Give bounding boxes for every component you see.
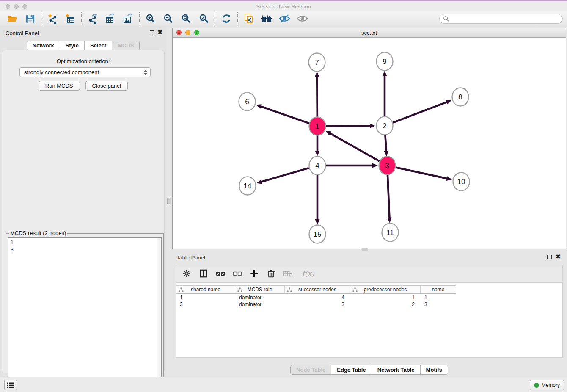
table-cell[interactable]: 3 [421, 301, 456, 308]
toggle-panel-mode-button[interactable] [198, 268, 209, 279]
edge-4-15[interactable] [315, 174, 320, 225]
node-2[interactable]: 2 [377, 117, 393, 135]
table-cell[interactable]: 1 [350, 294, 421, 301]
node-9[interactable]: 9 [377, 52, 393, 71]
search-box [439, 14, 563, 24]
edge-3-11[interactable] [387, 174, 392, 223]
table-panel: Table Panel ✖ [172, 252, 566, 376]
refresh-button[interactable] [217, 12, 235, 25]
network-window-titlebar[interactable]: × − + scc.txt [173, 28, 566, 38]
table-cell[interactable]: dominator [235, 294, 285, 301]
tab-network[interactable]: Network [27, 41, 60, 50]
run-mcds-button[interactable]: Run MCDS [39, 81, 80, 91]
copy-current-style-button[interactable] [240, 12, 258, 25]
tab-motifs[interactable]: Motifs [421, 365, 448, 374]
zoom-fit-icon [181, 13, 192, 24]
column-header-predecessor-nodes[interactable]: predecessor nodes [350, 285, 421, 294]
node-15[interactable]: 15 [309, 225, 326, 243]
table-close-panel-icon[interactable]: ✖ [556, 254, 561, 259]
unselect-all-columns-button[interactable] [232, 268, 243, 279]
edge-1-6[interactable] [256, 104, 309, 123]
node-11[interactable]: 11 [382, 224, 399, 242]
node-label: 9 [383, 58, 386, 66]
node-4[interactable]: 4 [309, 157, 326, 175]
edge-2-3[interactable] [384, 135, 388, 156]
node-3[interactable]: 3 [379, 157, 396, 175]
export-network-button[interactable] [84, 12, 102, 25]
zoom-selected-button[interactable] [195, 12, 213, 25]
mcds-result-area[interactable]: 1 3 [8, 237, 162, 391]
table-cell[interactable]: 2 [350, 301, 421, 308]
table-cell[interactable]: 3 [176, 301, 235, 308]
task-history-button[interactable] [4, 380, 17, 390]
tab-node-table[interactable]: Node Table [291, 365, 331, 374]
edge-1-4[interactable] [315, 135, 320, 156]
table-cell[interactable]: 4 [285, 294, 350, 301]
edge-1-2[interactable] [326, 124, 375, 128]
result-scrollbar[interactable] [157, 238, 161, 391]
table-cell[interactable]: 1 [421, 294, 456, 301]
delete-columns-button[interactable] [266, 268, 277, 279]
tab-mcds[interactable]: MCDS [112, 41, 139, 50]
import-table-button[interactable] [61, 12, 79, 25]
toolbar-separator [237, 12, 238, 25]
mcds-buttons-row: Run MCDS Close panel [2, 81, 164, 91]
function-builder-button[interactable]: f(x) [300, 268, 317, 279]
criterion-dropdown[interactable]: strongly connected component [19, 67, 151, 77]
tab-edge-table[interactable]: Edge Table [331, 365, 372, 374]
select-all-columns-button[interactable] [215, 268, 226, 279]
column-header-MCDS-role[interactable]: MCDS role [235, 285, 285, 294]
export-table-button[interactable] [102, 12, 119, 25]
edge-3-1[interactable] [325, 131, 380, 161]
table-cell[interactable]: 1 [176, 294, 235, 301]
import-network-button[interactable] [44, 12, 61, 25]
horizontal-splitter-handle[interactable] [362, 248, 368, 251]
edge-2-9[interactable] [383, 71, 387, 117]
toolbar-separator [41, 12, 41, 25]
node-10[interactable]: 10 [453, 173, 470, 191]
search-input[interactable] [449, 15, 562, 23]
edge-2-8[interactable] [393, 100, 452, 122]
open-session-button[interactable] [3, 12, 21, 25]
column-header-shared-name[interactable]: shared name [176, 285, 235, 294]
edge-4-14[interactable] [256, 168, 309, 184]
arrowhead-icon [372, 163, 378, 168]
vertical-splitter-handle[interactable] [167, 198, 171, 204]
hide-selected-button[interactable] [275, 12, 293, 25]
edge-4-3[interactable] [326, 163, 378, 168]
close-panel-icon[interactable]: ✖ [157, 29, 162, 35]
memory-button[interactable]: Memory [530, 380, 564, 390]
delete-table-button[interactable] [283, 268, 294, 279]
table-cell[interactable]: 3 [285, 301, 350, 308]
close-panel-button[interactable]: Close panel [85, 81, 128, 91]
column-header-name[interactable]: name [421, 285, 456, 294]
column-settings-button[interactable] [181, 268, 192, 279]
node-14[interactable]: 14 [239, 177, 256, 195]
node-table[interactable]: shared nameMCDS rolesuccessor nodesprede… [176, 282, 563, 358]
tab-select[interactable]: Select [85, 41, 112, 50]
node-7[interactable]: 7 [309, 53, 325, 72]
create-column-button[interactable] [249, 268, 260, 279]
window-title: Session: New Session [0, 3, 567, 10]
save-session-button[interactable] [21, 12, 39, 25]
float-panel-icon[interactable] [150, 30, 154, 35]
table-cell[interactable]: dominator [235, 301, 285, 308]
zoom-fit-button[interactable] [177, 12, 195, 25]
zoom-in-button[interactable] [142, 12, 160, 25]
node-1[interactable]: 1 [309, 117, 326, 135]
show-all-button[interactable] [293, 12, 311, 25]
column-header-successor-nodes[interactable]: successor nodes [285, 285, 350, 294]
network-canvas[interactable]: 7968124314101511 [173, 38, 566, 249]
node-8[interactable]: 8 [452, 88, 469, 106]
table-float-panel-icon[interactable] [547, 255, 552, 259]
network-view-window: × − + scc.txt 7968124314101511 [172, 28, 566, 249]
edge-1-7[interactable] [315, 72, 319, 117]
node-6[interactable]: 6 [239, 93, 256, 111]
zoom-out-button[interactable] [160, 12, 177, 25]
control-panel: Control Panel ✖ NetworkStyleSelectMCDS O… [0, 26, 166, 377]
edge-3-10[interactable] [396, 167, 452, 180]
tab-style[interactable]: Style [60, 41, 85, 50]
tab-network-table[interactable]: Network Table [372, 365, 421, 374]
first-neighbors-button[interactable] [258, 12, 275, 25]
export-image-button[interactable] [119, 12, 137, 25]
